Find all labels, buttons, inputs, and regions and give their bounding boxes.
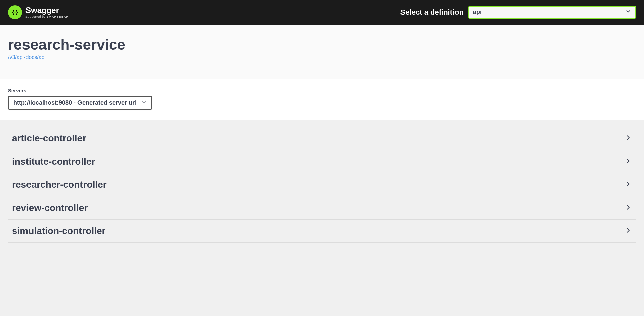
chevron-right-icon (625, 157, 632, 166)
api-docs-link[interactable]: /v3/api-docs/api (8, 54, 46, 60)
tag-name: researcher-controller (12, 179, 107, 190)
servers-label: Servers (8, 88, 636, 93)
tag-name: article-controller (12, 133, 86, 144)
definition-selected-value: api (473, 9, 482, 16)
tag-name: institute-controller (12, 156, 95, 167)
tag-simulation-controller[interactable]: simulation-controller (8, 220, 636, 243)
info-section: research-service /v3/api-docs/api (0, 25, 644, 79)
swagger-logo[interactable]: {·} Swagger Supported by SMARTBEAR (8, 5, 69, 19)
topbar: {·} Swagger Supported by SMARTBEAR Selec… (0, 0, 644, 25)
servers-section: Servers http://localhost:9080 - Generate… (0, 79, 644, 120)
tag-researcher-controller[interactable]: researcher-controller (8, 173, 636, 196)
definition-selector-group: Select a definition api (400, 6, 636, 19)
swagger-logo-icon: {·} (8, 5, 22, 19)
chevron-down-icon (141, 99, 147, 106)
chevron-down-icon (625, 8, 631, 16)
chevron-right-icon (625, 180, 632, 189)
server-select[interactable]: http://localhost:9080 - Generated server… (8, 96, 152, 110)
tag-name: review-controller (12, 202, 88, 213)
tags-section: article-controller institute-controller … (0, 120, 644, 250)
tag-institute-controller[interactable]: institute-controller (8, 150, 636, 173)
chevron-right-icon (625, 204, 632, 212)
server-selected-value: http://localhost:9080 - Generated server… (13, 99, 137, 106)
tag-article-controller[interactable]: article-controller (8, 127, 636, 150)
tag-name: simulation-controller (12, 226, 105, 236)
chevron-right-icon (625, 227, 632, 235)
logo-main-text: Swagger (25, 6, 69, 14)
logo-sub-text: Supported by SMARTBEAR (25, 15, 69, 18)
api-title: research-service (8, 36, 636, 53)
definition-select[interactable]: api (468, 6, 636, 19)
svg-text:{·}: {·} (12, 9, 18, 15)
definition-label: Select a definition (400, 8, 464, 17)
chevron-right-icon (625, 134, 632, 143)
tag-review-controller[interactable]: review-controller (8, 196, 636, 220)
swagger-logo-text: Swagger Supported by SMARTBEAR (25, 6, 69, 18)
